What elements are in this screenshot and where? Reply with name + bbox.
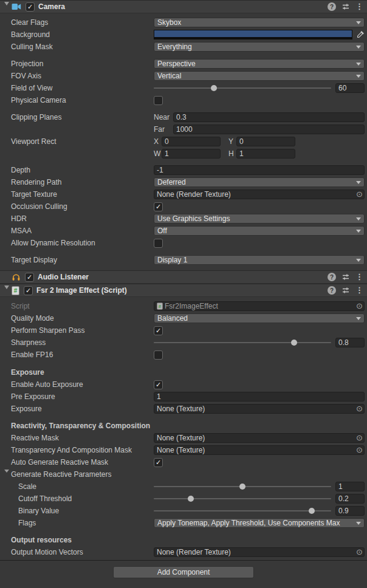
slider-handle[interactable]: [188, 496, 194, 502]
camera-component-header[interactable]: ✓ Camera ? ⋮: [0, 0, 367, 13]
kebab-menu-icon[interactable]: ⋮: [355, 286, 363, 295]
foldout-open-icon[interactable]: [4, 289, 9, 298]
culling-mask-label: Culling Mask: [11, 43, 154, 51]
object-picker-icon[interactable]: ⊙: [356, 190, 363, 199]
field-of-view-input[interactable]: [335, 83, 365, 93]
sharpness-slider[interactable]: [154, 338, 331, 347]
field-of-view-slider[interactable]: [154, 83, 331, 93]
depth-input[interactable]: [154, 165, 365, 175]
chevron-down-icon: [356, 317, 361, 320]
help-icon[interactable]: ?: [328, 273, 336, 281]
target-texture-object-field[interactable]: None (Render Texture) ⊙: [154, 190, 365, 199]
slider-handle[interactable]: [211, 85, 217, 91]
eyedropper-icon[interactable]: [355, 30, 365, 39]
background-color-field[interactable]: [154, 30, 352, 39]
help-icon[interactable]: ?: [328, 2, 336, 11]
object-picker-icon[interactable]: ⊙: [356, 446, 363, 454]
depth-label: Depth: [11, 166, 154, 174]
viewport-rect-xy-row: Viewport Rect X Y: [0, 135, 367, 148]
kebab-menu-icon[interactable]: ⋮: [355, 273, 363, 281]
fov-axis-dropdown[interactable]: Vertical: [154, 71, 365, 81]
flags-dropdown[interactable]: Apply Tonemap, Apply Threshold, Use Comp…: [154, 518, 365, 528]
output-motion-vectors-object-field[interactable]: None (Render Texture) ⊙: [154, 547, 365, 557]
object-picker-icon[interactable]: ⊙: [356, 302, 363, 310]
clear-flags-dropdown[interactable]: Skybox: [154, 18, 365, 27]
foldout-open-icon[interactable]: [4, 473, 9, 481]
physical-camera-checkbox[interactable]: [154, 96, 163, 105]
clipping-planes-near-row: Clipping Planes Near: [0, 111, 367, 123]
inspector-footer: Add Component: [0, 560, 367, 578]
slider-handle[interactable]: [291, 340, 297, 346]
flags-row: Flags Apply Tonemap, Apply Threshold, Us…: [0, 517, 367, 529]
fsr2-component-header[interactable]: # ✓ Fsr 2 Image Effect (Script) ? ⋮: [0, 284, 367, 297]
script-object-field[interactable]: # Fsr2ImageEffect ⊙: [154, 301, 365, 311]
object-picker-icon[interactable]: ⊙: [356, 434, 363, 442]
background-row: Background: [0, 29, 367, 41]
foldout-open-icon[interactable]: [4, 5, 9, 14]
sharpness-label: Sharpness: [11, 338, 154, 347]
presets-icon[interactable]: [341, 273, 350, 281]
kebab-menu-icon[interactable]: ⋮: [355, 2, 363, 11]
camera-component-title: Camera: [38, 2, 328, 11]
presets-icon[interactable]: [341, 286, 350, 295]
audio-listener-enabled-checkbox[interactable]: ✓: [25, 273, 34, 282]
presets-icon[interactable]: [341, 2, 350, 11]
audio-listener-component-header[interactable]: ✓ Audio Listener ? ⋮: [0, 270, 367, 284]
viewport-w-input[interactable]: [162, 149, 221, 159]
object-picker-icon[interactable]: ⊙: [356, 548, 363, 556]
binary-value-slider[interactable]: [154, 506, 331, 516]
rendering-path-value: Deferred: [157, 178, 186, 186]
inspector-panel: { "icons": { "help": "?", "menu": "⋮", "…: [0, 0, 367, 588]
headphones-icon: [12, 273, 21, 281]
viewport-x-input[interactable]: [162, 137, 221, 146]
viewport-y-input[interactable]: [236, 137, 295, 146]
pre-exposure-input[interactable]: [154, 392, 365, 402]
background-alpha-bar: [154, 37, 352, 39]
quality-mode-dropdown[interactable]: Balanced: [154, 313, 365, 323]
scale-slider[interactable]: [154, 482, 331, 491]
occlusion-culling-checkbox[interactable]: ✓: [154, 202, 163, 211]
reactive-mask-row: Reactive Mask None (Texture) ⊙: [0, 432, 367, 444]
slider-handle[interactable]: [239, 484, 245, 490]
viewport-h-input[interactable]: [236, 149, 295, 159]
scale-input[interactable]: [335, 482, 365, 491]
auto-generate-reactive-mask-label: Auto Generate Reactive Mask: [11, 458, 154, 467]
exposure-object-field[interactable]: None (Texture) ⊙: [154, 404, 365, 414]
binary-value-input[interactable]: [335, 506, 365, 516]
target-display-row: Target Display Display 1: [0, 254, 367, 266]
script-value: Fsr2ImageEffect: [165, 302, 218, 310]
pre-exposure-row: Pre Exposure: [0, 391, 367, 403]
script-icon: #: [157, 303, 163, 310]
near-input[interactable]: [173, 112, 365, 122]
target-display-dropdown[interactable]: Display 1: [154, 255, 365, 265]
target-texture-row: Target Texture None (Render Texture) ⊙: [0, 188, 367, 200]
sharpness-input[interactable]: [335, 338, 365, 347]
far-input[interactable]: [173, 125, 365, 134]
msaa-value: Off: [157, 227, 167, 235]
add-component-button[interactable]: Add Component: [113, 566, 254, 578]
auto-generate-reactive-mask-checkbox[interactable]: ✓: [154, 458, 163, 467]
camera-enabled-checkbox[interactable]: ✓: [26, 2, 35, 12]
hdr-label: HDR: [11, 214, 154, 223]
hdr-dropdown[interactable]: Use Graphics Settings: [154, 214, 365, 224]
generate-reactive-parameters-row[interactable]: Generate Reactive Parameters: [0, 468, 367, 480]
perform-sharpen-pass-checkbox[interactable]: ✓: [154, 326, 163, 335]
chevron-down-icon: [356, 181, 361, 184]
exposure-label: Exposure: [11, 405, 154, 413]
cutoff-threshold-input[interactable]: [335, 494, 365, 504]
culling-mask-dropdown[interactable]: Everything: [154, 42, 365, 52]
rendering-path-dropdown[interactable]: Deferred: [154, 177, 365, 187]
enable-auto-exposure-checkbox[interactable]: ✓: [154, 380, 163, 389]
object-picker-icon[interactable]: ⊙: [356, 405, 363, 413]
reactive-mask-object-field[interactable]: None (Texture) ⊙: [154, 433, 365, 443]
projection-dropdown[interactable]: Perspective: [154, 59, 365, 69]
help-icon[interactable]: ?: [328, 286, 336, 295]
fsr2-enabled-checkbox[interactable]: ✓: [24, 286, 33, 295]
slider-handle[interactable]: [309, 508, 315, 514]
enable-fp16-checkbox[interactable]: [154, 350, 163, 360]
cutoff-threshold-slider[interactable]: [154, 494, 331, 504]
allow-dynamic-resolution-checkbox[interactable]: [154, 239, 163, 248]
transparency-mask-object-field[interactable]: None (Texture) ⊙: [154, 445, 365, 455]
msaa-dropdown[interactable]: Off: [154, 226, 365, 236]
chevron-down-icon: [356, 259, 361, 262]
